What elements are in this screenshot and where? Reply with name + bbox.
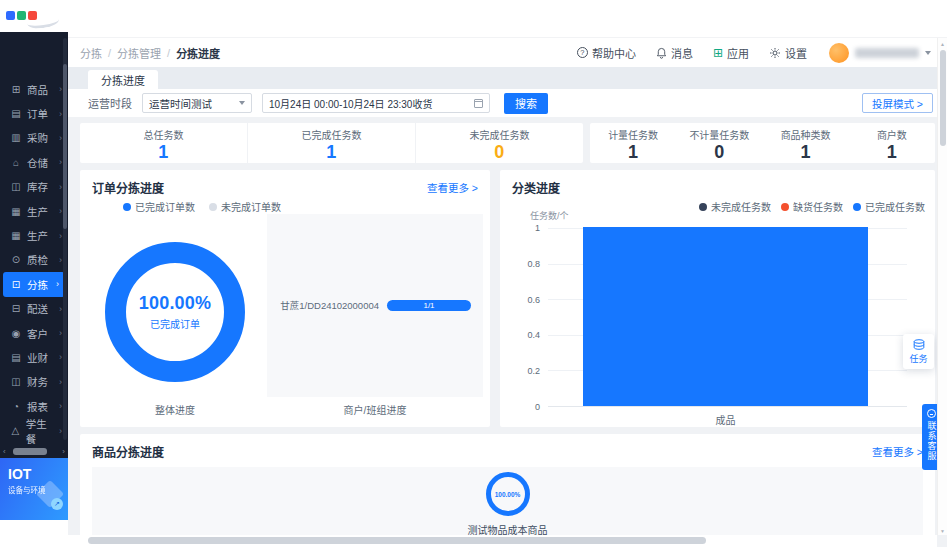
delivery-icon: ⊟: [10, 303, 22, 314]
bar-chart-plot: 成品: [548, 228, 907, 407]
scroll-left-arrow-icon[interactable]: ‹: [3, 448, 6, 456]
scroll-right-arrow-icon[interactable]: ›: [62, 448, 65, 456]
period-select[interactable]: 运营时间测试: [142, 93, 252, 113]
stat-value: 1: [590, 142, 676, 163]
sidebar-item-label: 订单: [27, 106, 48, 121]
sidebar-item-label: 配送: [27, 301, 48, 316]
stats-row: 总任务数1已完成任务数1未完成任务数0 计量任务数1不计量任务数0商品种类数1商…: [80, 123, 935, 163]
merchant-progress-box: 甘蔗1/DD24102000004 1/1: [267, 214, 483, 397]
stat-item: 总任务数1: [80, 123, 248, 163]
cast-mode-button[interactable]: 投屏模式 >: [862, 93, 933, 113]
y-tick-label: 0.2: [508, 366, 540, 376]
tasks-float-button[interactable]: 任务: [903, 334, 934, 369]
legend-dot-icon: [123, 203, 131, 211]
legend-item[interactable]: 已完成订单数: [123, 199, 195, 214]
legend-item[interactable]: 缺货任务数: [781, 199, 843, 214]
sidebar-horizontal-scrollbar[interactable]: ‹ ›: [0, 445, 68, 458]
order-panel-title: 订单分拣进度: [92, 179, 164, 196]
bar-finished-tasks: [583, 227, 868, 406]
legend-item[interactable]: 未完成任务数: [699, 199, 771, 214]
breadcrumb-item[interactable]: 分拣进度: [176, 45, 220, 61]
stat-value: 1: [80, 142, 247, 163]
breadcrumb-item[interactable]: 分拣: [80, 45, 102, 61]
username-redacted: [855, 48, 919, 58]
x-axis-category-label: 成品: [583, 412, 868, 427]
stat-item: 商品种类数1: [763, 123, 849, 163]
sidebar-item-label: 学生餐: [26, 416, 54, 446]
sidebar-item-finance[interactable]: ◫财务›: [0, 370, 68, 394]
y-axis-ticks: 10.80.60.40.20: [508, 223, 540, 412]
sidebar-item-customers[interactable]: ◉客户›: [0, 321, 68, 345]
chevron-right-icon: ›: [59, 231, 62, 241]
breadcrumb: 分拣/分拣管理/分拣进度: [80, 45, 220, 61]
goods-panel-more-link[interactable]: 查看更多 >: [872, 444, 923, 459]
scroll-down-arrow-icon[interactable]: ▼: [940, 525, 945, 535]
sidebar-vertical-scrollbar-thumb[interactable]: [63, 64, 67, 229]
sidebar-item-label: 生产: [27, 228, 48, 243]
horizontal-scrollbar[interactable]: [68, 535, 937, 547]
help-label: 帮助中心: [592, 45, 636, 61]
tab-bar: 分拣进度: [68, 67, 947, 89]
breadcrumb-item[interactable]: 分拣管理: [117, 45, 161, 61]
date-range-input[interactable]: 10月24日 00:00-10月24日 23:30收货: [262, 93, 490, 113]
y-tick-label: 0.6: [508, 295, 540, 305]
stat-value: 0: [676, 142, 762, 163]
order-panel-more-link[interactable]: 查看更多 >: [427, 180, 478, 195]
order-legend: 已完成订单数未完成订单数: [123, 199, 281, 214]
reports-icon: ◔: [10, 401, 22, 412]
scroll-up-arrow-icon[interactable]: ▲: [940, 38, 945, 48]
messages-button[interactable]: 消息: [656, 45, 693, 61]
settings-button[interactable]: 设置: [769, 45, 807, 61]
iot-banner[interactable]: IOT 设备与环境 ↗: [0, 458, 68, 520]
logo-square-3: [28, 11, 37, 20]
customers-icon: ◉: [10, 328, 22, 339]
apps-icon: ⊞: [713, 47, 723, 59]
apps-button[interactable]: ⊞ 应用: [713, 45, 749, 61]
legend-item[interactable]: 已完成任务数: [853, 199, 925, 214]
messages-label: 消息: [671, 45, 693, 61]
overall-progress-caption: 整体进度: [105, 402, 245, 417]
business-finance-icon: ▤: [10, 352, 22, 363]
horizontal-scrollbar-thumb[interactable]: [88, 537, 706, 544]
gridline: [548, 406, 907, 407]
sidebar-item-orders[interactable]: ▤订单›: [0, 101, 68, 125]
stat-item: 未完成任务数0: [416, 123, 583, 163]
legend-item[interactable]: 未完成订单数: [209, 199, 281, 214]
legend-label: 未完成任务数: [711, 199, 771, 214]
sidebar-item-sorting[interactable]: ⊡分拣›: [3, 272, 65, 296]
goods-donut-chart: 100.00%: [486, 472, 530, 516]
goods-panel-title: 商品分拣进度: [92, 443, 164, 460]
sidebar-item-quality-check[interactable]: ⊙质检›: [0, 248, 68, 272]
sidebar-item-purchase[interactable]: ▥采购›: [0, 126, 68, 150]
sidebar-item-student-meal[interactable]: △学生餐›: [0, 418, 68, 442]
tab-sorting-progress[interactable]: 分拣进度: [88, 70, 158, 89]
production-icon: ▦: [10, 206, 22, 217]
user-menu[interactable]: [829, 43, 931, 63]
sidebar-horizontal-scrollbar-thumb[interactable]: [13, 448, 47, 455]
stat-label: 商品种类数: [763, 127, 849, 142]
sidebar-item-inventory[interactable]: ◫库存›: [0, 175, 68, 199]
vertical-scrollbar[interactable]: ▲ ▼: [937, 38, 947, 535]
chevron-right-icon: ›: [59, 109, 62, 119]
y-axis-title: 任务数/个: [530, 209, 569, 222]
purchase-icon: ▥: [10, 132, 22, 143]
stat-value: 1: [248, 142, 415, 163]
app-logo[interactable]: [0, 0, 68, 32]
sidebar-item-goods[interactable]: ⊞商品›: [0, 77, 68, 101]
sidebar-item-business-finance[interactable]: ▤业财›: [0, 345, 68, 369]
sidebar-item-delivery[interactable]: ⊟配送›: [0, 297, 68, 321]
help-center-button[interactable]: ? 帮助中心: [577, 45, 636, 61]
search-button[interactable]: 搜索: [504, 93, 548, 114]
goods-icon: ⊞: [10, 84, 22, 95]
y-tick-label: 0: [508, 402, 540, 412]
stats-card-right: 计量任务数1不计量任务数0商品种类数1商户数1: [590, 123, 935, 163]
sidebar-item-production[interactable]: ▦生产›: [0, 199, 68, 223]
settings-label: 设置: [785, 45, 807, 61]
merchant-order-id: 甘蔗1/DD24102000004: [280, 298, 379, 312]
sidebar-vertical-scrollbar[interactable]: [63, 38, 67, 440]
sidebar-item-warehouse[interactable]: ⌂仓储›: [0, 150, 68, 174]
sidebar-item-production[interactable]: ▦生产›: [0, 223, 68, 247]
vertical-scrollbar-thumb[interactable]: [940, 50, 946, 146]
apps-label: 应用: [727, 45, 749, 61]
y-tick-label: 0.8: [508, 259, 540, 269]
